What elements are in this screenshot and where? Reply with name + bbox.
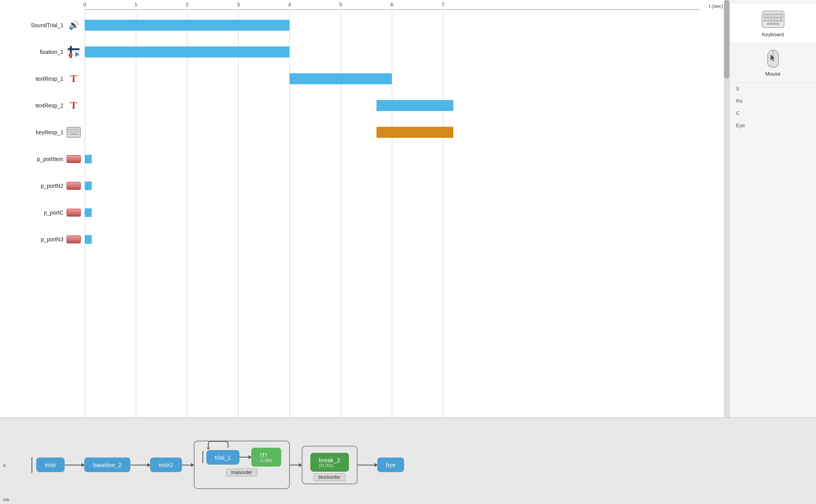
svg-rect-14 bbox=[767, 13, 769, 15]
outer-loop-container: break_2 (31.00s) blockorder bbox=[302, 446, 358, 484]
section-re-label: Re bbox=[736, 98, 743, 104]
flow-node-bye-label: bye bbox=[386, 461, 395, 468]
flow-node-baseline2[interactable]: baseline_2 bbox=[84, 458, 130, 472]
svg-rect-18 bbox=[779, 13, 783, 15]
flow-node-trial1-label: trial_1 bbox=[215, 454, 231, 461]
label-soundtrial: SoundTrial_1 🔊 bbox=[0, 12, 85, 39]
mouse-label: Mouse bbox=[765, 71, 781, 77]
sidebar-section-re[interactable]: Re bbox=[730, 95, 816, 107]
label-pportn3: p_portN3 bbox=[0, 226, 85, 253]
tick-3: 3 bbox=[237, 2, 239, 7]
tick-1: 1 bbox=[134, 2, 137, 7]
chart-area: 0 1 2 3 4 5 6 7 t (sec) bbox=[85, 0, 723, 417]
bar-pportitem bbox=[85, 155, 92, 163]
inner-start-line bbox=[202, 451, 203, 463]
tick-7: 7 bbox=[441, 2, 444, 7]
bar-row-keyresp1 bbox=[85, 119, 723, 146]
svg-rect-26 bbox=[767, 20, 769, 22]
label-keyresp1: keyResp_1 bbox=[0, 119, 85, 146]
svg-rect-31 bbox=[767, 23, 779, 25]
scrollbar-track[interactable] bbox=[724, 0, 729, 417]
port-icon-1 bbox=[67, 152, 81, 166]
bar-row-pportn3 bbox=[85, 226, 723, 253]
svg-rect-8 bbox=[73, 131, 74, 132]
bottom-panel: ow e instr baseline_2 instr2 bbox=[0, 417, 816, 504]
svg-rect-24 bbox=[779, 17, 783, 19]
flow-node-trial1[interactable]: trial_1 bbox=[206, 450, 240, 465]
bar-row-textresp2 bbox=[85, 92, 723, 119]
flow-arrow-2 bbox=[130, 465, 150, 465]
bar-row-pportc bbox=[85, 199, 723, 226]
svg-rect-22 bbox=[773, 17, 775, 19]
text-t-icon-1: T bbox=[67, 72, 81, 86]
e-label: e bbox=[0, 461, 9, 470]
flow-node-break2[interactable]: break_2 (31.00s) bbox=[310, 453, 349, 472]
mouse-icon bbox=[761, 49, 785, 69]
section-s-label: S bbox=[736, 86, 740, 92]
svg-rect-27 bbox=[770, 20, 772, 22]
flow-node-break2-label: break_2 bbox=[319, 457, 340, 463]
flow-node-break2-sub: (31.00s) bbox=[319, 463, 340, 468]
label-fixation: fixation_1 bbox=[0, 39, 85, 65]
section-eye-label: Eye bbox=[736, 122, 745, 128]
flow-arrow-6 bbox=[358, 465, 377, 465]
flow-node-iti-sub: (1.00s) bbox=[260, 458, 272, 463]
bar-pportn3 bbox=[85, 235, 92, 244]
sidebar-item-mouse[interactable]: Mouse bbox=[730, 43, 816, 83]
flow-node-instr2[interactable]: instr2 bbox=[150, 458, 182, 472]
keyboard-label: Keyboard bbox=[762, 32, 784, 37]
axis-line bbox=[85, 9, 699, 10]
right-sidebar: Keyboard Mouse S Re C bbox=[729, 0, 816, 417]
ow-label: ow bbox=[0, 495, 12, 504]
svg-rect-16 bbox=[773, 13, 775, 15]
port-icon-3 bbox=[67, 206, 81, 220]
svg-rect-11 bbox=[69, 133, 78, 135]
svg-rect-2 bbox=[70, 129, 72, 130]
flow-node-instr2-label: instr2 bbox=[159, 461, 173, 468]
svg-rect-13 bbox=[764, 13, 766, 15]
sidebar-section-s[interactable]: S bbox=[730, 83, 816, 95]
label-keyresp1-text: keyResp_1 bbox=[36, 129, 63, 135]
svg-rect-21 bbox=[770, 17, 772, 19]
label-soundtrial-text: SoundTrial_1 bbox=[31, 22, 63, 28]
bar-row-textresp1 bbox=[85, 65, 723, 92]
svg-rect-23 bbox=[776, 17, 779, 19]
svg-marker-34 bbox=[206, 448, 210, 449]
label-pportn2: p_portN2 bbox=[0, 172, 85, 199]
label-fixation-text: fixation_1 bbox=[40, 49, 63, 55]
svg-rect-20 bbox=[767, 17, 769, 19]
sidebar-section-eye[interactable]: Eye bbox=[730, 119, 816, 132]
svg-rect-17 bbox=[776, 13, 779, 15]
sidebar-section-c[interactable]: C bbox=[730, 107, 816, 119]
text-t-icon-2: T bbox=[67, 98, 81, 113]
svg-rect-29 bbox=[776, 20, 779, 22]
bar-row-fixation bbox=[85, 39, 723, 65]
svg-rect-3 bbox=[73, 129, 74, 130]
scrollbar-thumb[interactable] bbox=[724, 0, 729, 79]
sidebar-item-keyboard[interactable]: Keyboard bbox=[730, 4, 816, 43]
port-icon-4 bbox=[67, 232, 81, 246]
speaker-icon: 🔊 bbox=[67, 18, 81, 32]
bar-row-pportn2 bbox=[85, 172, 723, 199]
flow-arrow-4 bbox=[239, 457, 251, 458]
label-pportitem: p_portItem bbox=[0, 146, 85, 172]
flow-node-iti[interactable]: ITI (1.00s) bbox=[251, 448, 281, 467]
bar-pportn2 bbox=[85, 182, 92, 190]
tick-2: 2 bbox=[185, 2, 188, 7]
bar-textresp1 bbox=[289, 73, 392, 84]
label-pportn3-text: p_portN3 bbox=[41, 236, 63, 243]
keyboard-icon-large bbox=[761, 9, 785, 29]
flow-chart: instr baseline_2 instr2 bbox=[32, 430, 808, 500]
svg-rect-1 bbox=[68, 129, 70, 130]
bar-soundtrial bbox=[85, 20, 289, 31]
svg-rect-4 bbox=[75, 129, 77, 130]
bar-row-pportitem bbox=[85, 146, 723, 172]
svg-rect-15 bbox=[770, 13, 772, 15]
svg-rect-19 bbox=[764, 17, 766, 19]
flow-arrow-3 bbox=[182, 465, 194, 465]
flow-node-bye[interactable]: bye bbox=[377, 458, 404, 472]
flow-node-baseline2-label: baseline_2 bbox=[93, 461, 122, 468]
section-c-label: C bbox=[736, 110, 740, 116]
flow-node-instr[interactable]: instr bbox=[36, 458, 65, 472]
tick-5: 5 bbox=[339, 2, 342, 7]
